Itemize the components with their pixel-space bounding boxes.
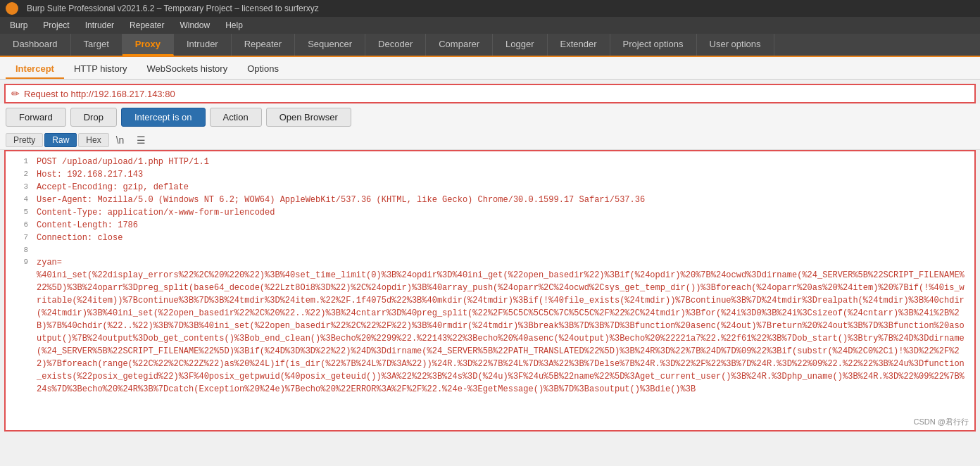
menu-item-burp[interactable]: Burp	[3, 18, 34, 32]
app-logo-icon	[6, 2, 18, 15]
line-content: POST /upload/upload/1.php HTTP/1.1	[37, 156, 969, 168]
app-title: Burp Suite Professional v2021.6.2 – Temp…	[27, 4, 319, 13]
main-tabs: DashboardTargetProxyIntruderRepeaterSequ…	[0, 34, 980, 57]
watermark: CSDN @君行行	[914, 417, 969, 427]
table-row: 7Connection: close	[11, 232, 969, 244]
table-row: 9zyan= %40ini_set(%22display_errors%22%2…	[11, 256, 969, 396]
main-tab-comparer[interactable]: Comparer	[426, 34, 493, 56]
titlebar: Burp Suite Professional v2021.6.2 – Temp…	[0, 0, 980, 17]
line-content: User-Agent: Mozilla/5.0 (Windows NT 6.2;…	[37, 194, 969, 206]
table-row: 6Content-Length: 1786	[11, 219, 969, 232]
main-tab-repeater[interactable]: Repeater	[232, 34, 295, 56]
sub-tab-options[interactable]: Options	[237, 60, 289, 79]
intercept-button[interactable]: Intercept is on	[121, 108, 206, 127]
pretty-button[interactable]: Pretty	[6, 133, 43, 147]
sub-tab-intercept[interactable]: Intercept	[6, 60, 64, 79]
pencil-icon: ✏	[11, 88, 20, 99]
main-tab-sequencer[interactable]: Sequencer	[295, 34, 365, 56]
line-number: 8	[11, 244, 28, 256]
line-content: Connection: close	[37, 232, 969, 244]
line-number: 4	[11, 194, 28, 206]
sub-tab-websockets-history[interactable]: WebSockets history	[137, 60, 238, 79]
menubar: BurpProjectIntruderRepeaterWindowHelp	[0, 17, 980, 34]
main-tab-project-options[interactable]: Project options	[610, 34, 697, 56]
request-bar-label: Request to http://192.168.217.143:80	[24, 89, 175, 99]
table-row: 5Content-Type: application/x-www-form-ur…	[11, 206, 969, 219]
drop-button[interactable]: Drop	[70, 108, 117, 127]
line-content: Content-Type: application/x-www-form-url…	[37, 206, 969, 219]
line-number: 3	[11, 181, 28, 194]
content-area: 1POST /upload/upload/1.php HTTP/1.12Host…	[4, 150, 976, 432]
line-content: Content-Length: 1786	[37, 219, 969, 232]
table-row: 4User-Agent: Mozilla/5.0 (Windows NT 6.2…	[11, 194, 969, 206]
menu-icon[interactable]: ☰	[131, 133, 151, 147]
open-browser-button[interactable]: Open Browser	[266, 108, 351, 127]
main-tab-user-options[interactable]: User options	[697, 34, 774, 56]
line-number: 2	[11, 168, 28, 181]
line-number: 7	[11, 232, 28, 244]
table-row: 1POST /upload/upload/1.php HTTP/1.1	[11, 156, 969, 168]
table-row: 2Host: 192.168.217.143	[11, 168, 969, 181]
line-content: zyan= %40ini_set(%22display_errors%22%2C…	[37, 256, 969, 396]
table-row: 3Accept-Encoding: gzip, deflate	[11, 181, 969, 194]
line-content	[37, 244, 969, 256]
menu-item-intruder[interactable]: Intruder	[78, 18, 121, 32]
request-bar: ✏ Request to http://192.168.217.143:80	[4, 84, 976, 103]
sub-tabs: InterceptHTTP historyWebSockets historyO…	[0, 57, 980, 80]
line-content: Accept-Encoding: gzip, deflate	[37, 181, 969, 194]
forward-button[interactable]: Forward	[6, 108, 66, 127]
menu-item-repeater[interactable]: Repeater	[122, 18, 171, 32]
table-row: 8	[11, 244, 969, 256]
main-tab-intruder[interactable]: Intruder	[174, 34, 232, 56]
sub-tab-http-history[interactable]: HTTP history	[64, 60, 137, 79]
line-number: 6	[11, 219, 28, 232]
content-inner: 1POST /upload/upload/1.php HTTP/1.12Host…	[6, 151, 974, 400]
menu-item-project[interactable]: Project	[36, 18, 76, 32]
hex-button[interactable]: Hex	[78, 133, 108, 147]
menu-item-window[interactable]: Window	[172, 18, 217, 32]
raw-button[interactable]: Raw	[44, 133, 77, 147]
main-tab-proxy[interactable]: Proxy	[122, 34, 174, 56]
line-content: Host: 192.168.217.143	[37, 168, 969, 181]
main-tab-dashboard[interactable]: Dashboard	[0, 34, 71, 56]
line-number: 1	[11, 156, 28, 168]
action-bar: Forward Drop Intercept is on Action Open…	[0, 103, 980, 131]
main-tab-extender[interactable]: Extender	[548, 34, 610, 56]
newline-button[interactable]: \n	[111, 133, 130, 147]
view-bar: Pretty Raw Hex \n ☰	[0, 131, 980, 150]
action-button[interactable]: Action	[210, 108, 262, 127]
main-tab-target[interactable]: Target	[71, 34, 122, 56]
main-tab-logger[interactable]: Logger	[493, 34, 547, 56]
line-number: 9	[11, 256, 28, 396]
main-tab-decoder[interactable]: Decoder	[365, 34, 426, 56]
line-number: 5	[11, 206, 28, 219]
menu-item-help[interactable]: Help	[218, 18, 250, 32]
